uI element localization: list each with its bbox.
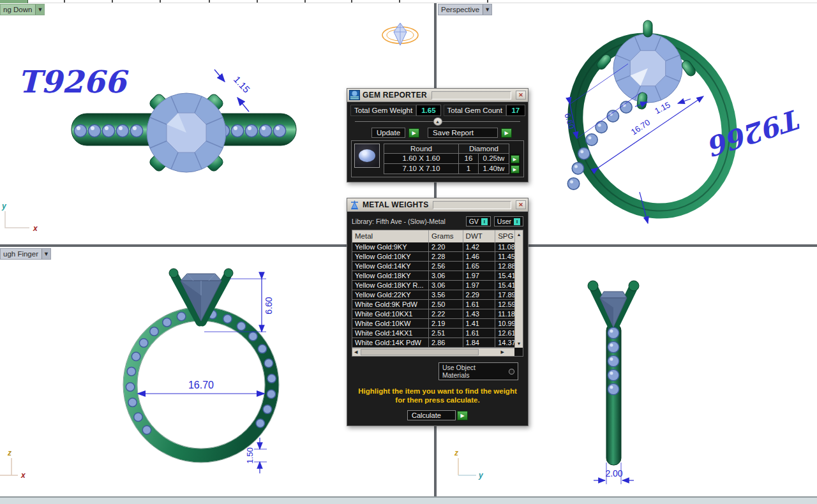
ring-model-top-view[interactable] <box>71 93 296 173</box>
table-row[interactable]: White Gold:14K PdW2.861.8414.37 <box>352 338 514 348</box>
grams-cell: 2.28 <box>429 252 463 261</box>
scrollbar-thumb[interactable] <box>361 349 479 355</box>
gem-stats-row: Total Gem Weight 1.65 Total Gem Count 17 <box>350 105 525 116</box>
use-object-materials-button[interactable]: Use Object Materials <box>438 362 518 380</box>
metal-name-cell: White Gold:14K PdW <box>352 338 429 347</box>
total-gem-count-value: 17 <box>506 105 525 116</box>
spg-cell: 11.08 <box>495 242 514 251</box>
table-row[interactable]: Yellow Gold:10KY2.281.4611.45 <box>352 252 514 262</box>
table-row[interactable]: 1.60 X 1.60160.25tw▶ <box>384 154 521 164</box>
grams-cell: 2.86 <box>429 338 463 347</box>
spg-cell: 12.88 <box>495 262 514 271</box>
play-icon[interactable]: ▶ <box>408 128 419 138</box>
calculate-button[interactable]: Calculate <box>407 410 456 420</box>
viewport-tab-through-finger[interactable]: ugh Finger ▼ <box>0 248 51 260</box>
gem-reporter-titlebar[interactable]: GEM REPORTER ✕ <box>347 89 528 102</box>
svg-text:1.15: 1.15 <box>232 74 252 95</box>
grams-cell: 3.56 <box>429 290 463 299</box>
gem-table-header: Round Diamond <box>384 144 521 154</box>
close-icon[interactable]: ✕ <box>516 200 526 209</box>
svg-text:x: x <box>33 224 38 233</box>
viewport-tab-perspective[interactable]: Perspective ▼ <box>438 4 492 15</box>
hint-text: Highlight the item you want to find the … <box>354 387 521 404</box>
dwt-cell: 1.84 <box>463 338 496 347</box>
close-icon[interactable]: ✕ <box>516 91 526 100</box>
grams-cell: 2.20 <box>429 242 463 251</box>
table-row[interactable]: White Gold:10KW2.191.4110.99 <box>352 319 514 329</box>
gem-table: Round Diamond 1.60 X 1.60160.25tw▶7.10 X… <box>351 140 524 177</box>
play-icon[interactable]: ▶ <box>457 411 468 420</box>
toggle-indicator-icon: I <box>514 218 520 225</box>
ring-model-side-view[interactable] <box>588 281 639 465</box>
table-row[interactable]: Yellow Gold:22KY3.562.2917.89 <box>352 290 514 300</box>
metal-weights-icon <box>349 200 360 210</box>
axis-gizmo: y x <box>1 202 38 233</box>
ring-model-front-view[interactable] <box>123 269 279 463</box>
metal-weights-titlebar[interactable]: METAL WEIGHTS ✕ <box>347 198 528 212</box>
play-icon[interactable]: ▶ <box>501 128 512 138</box>
grams-cell: 2.50 <box>429 300 463 309</box>
gem-count-cell: 1 <box>459 164 479 174</box>
svg-text:1.15: 1.15 <box>653 100 671 115</box>
play-icon[interactable]: ▶ <box>511 155 520 163</box>
horizontal-scrollbar[interactable]: ◀ ▶ <box>352 348 514 356</box>
metal-weights-panel: METAL WEIGHTS ✕ Library: Fifth Ave - (Sl… <box>347 198 528 426</box>
svg-text:1.50: 1.50 <box>245 447 255 463</box>
ring-model-perspective[interactable] <box>550 17 755 235</box>
gem-size-cell: 7.10 X 7.10 <box>384 164 459 174</box>
table-row[interactable]: White Gold:10KX12.221.4311.18 <box>352 309 514 319</box>
column-header: Grams <box>429 230 463 242</box>
chevron-down-icon[interactable]: ▼ <box>483 4 491 15</box>
chevron-down-icon[interactable]: ▼ <box>35 4 44 15</box>
table-row[interactable]: Yellow Gold:9KY2.201.4211.08 <box>352 242 514 252</box>
gem-weight-cell: 0.25tw <box>479 154 509 164</box>
chevron-down-icon[interactable]: ▼ <box>41 249 50 259</box>
scroll-right-icon[interactable]: ▶ <box>501 350 504 355</box>
svg-text:z: z <box>7 448 11 457</box>
wireframe-ring-object[interactable] <box>382 23 418 45</box>
collapse-icon[interactable]: ▲ <box>433 117 442 126</box>
toolbar-active-button[interactable] <box>0 0 28 3</box>
scroll-up-icon[interactable]: ▲ <box>517 230 521 239</box>
viewport-tab-looking-down[interactable]: ng Down ▼ <box>0 4 45 15</box>
center-gem <box>613 34 682 103</box>
table-row[interactable]: Yellow Gold:18KY R...3.061.9715.41 <box>352 281 514 290</box>
scroll-down-icon[interactable]: ▼ <box>517 339 521 348</box>
spg-cell: 12.59 <box>495 300 514 309</box>
scroll-left-icon[interactable]: ◀ <box>354 350 357 355</box>
svg-text:16.70: 16.70 <box>188 380 214 390</box>
vertical-scrollbar[interactable]: ▲ ▼ <box>514 230 523 348</box>
radio-icon <box>509 369 514 374</box>
library-label: Library: Fifth Ave - (Slow)-Metal <box>352 218 446 225</box>
metal-name-cell: White Gold:10KW <box>352 319 429 328</box>
viewport-tab-label: ng Down <box>1 4 35 15</box>
svg-text:y: y <box>1 202 7 211</box>
svg-text:y: y <box>478 471 484 480</box>
metal-name-cell: Yellow Gold:22KY <box>352 290 429 299</box>
update-button[interactable]: Update <box>371 128 405 138</box>
total-gem-count-label: Total Gem Count <box>444 105 506 116</box>
grams-cell: 2.22 <box>429 309 463 318</box>
table-row[interactable]: Yellow Gold:18KY3.061.9715.41 <box>352 271 514 281</box>
table-row[interactable]: White Gold:9K PdW2.501.6112.59 <box>352 300 514 309</box>
dwt-cell: 1.43 <box>463 309 496 318</box>
table-row[interactable]: 7.10 X 7.1011.40tw▶ <box>384 164 521 174</box>
table-row[interactable]: Yellow Gold:14KY2.561.6512.88 <box>352 262 514 271</box>
application-window: T9266 <box>0 0 817 504</box>
table-row[interactable]: White Gold:14KX12.511.6112.61 <box>352 329 514 338</box>
gem-reporter-panel: GEM REPORTER ✕ Total Gem Weight 1.65 Tot… <box>347 88 528 182</box>
gem-thumbnail[interactable] <box>354 144 380 168</box>
gv-toggle-button[interactable]: GV I <box>466 216 491 226</box>
save-report-button[interactable]: Save Report <box>428 128 498 138</box>
dwt-cell: 1.65 <box>463 262 496 271</box>
svg-text:2.00: 2.00 <box>605 468 622 478</box>
dwt-cell: 2.29 <box>463 290 496 299</box>
metal-table-body: Yellow Gold:9KY2.201.4211.08Yellow Gold:… <box>352 242 514 348</box>
play-icon[interactable]: ▶ <box>511 165 520 174</box>
dimension-diameter: 16.70 <box>137 380 266 397</box>
user-toggle-button[interactable]: User I <box>494 216 523 226</box>
metal-name-cell: Yellow Gold:18KY R... <box>352 281 429 290</box>
grams-cell: 2.56 <box>429 262 463 271</box>
center-gem <box>147 93 226 172</box>
gem-size-cell: 1.60 X 1.60 <box>384 154 459 164</box>
